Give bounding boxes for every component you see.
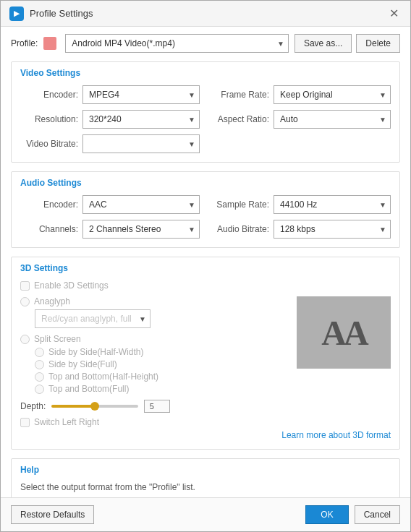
footer-right: OK Cancel [305, 505, 400, 524]
dialog-title: Profile Settings [30, 8, 93, 19]
cancel-button[interactable]: Cancel [355, 505, 400, 524]
audio-encoder-select[interactable]: AAC [82, 195, 200, 214]
learn-more-link[interactable]: Learn more about 3D format [281, 430, 391, 440]
save-as-button[interactable]: Save as... [295, 34, 352, 53]
switch-row: Switch Left Right [20, 417, 288, 427]
channels-control: 2 Channels Stereo ▼ [82, 220, 200, 239]
top-bottom-half-row: Top and Bottom(Half-Height) [35, 372, 288, 382]
three-d-settings-title: 3D Settings [20, 263, 391, 273]
channels-select[interactable]: 2 Channels Stereo [82, 220, 200, 239]
audio-encoder-label: Encoder: [20, 200, 78, 210]
enable-3d-checkbox[interactable] [20, 281, 30, 291]
profile-settings-dialog: ▶ Profile Settings ✕ Profile: Android MP… [0, 0, 411, 532]
video-settings-grid: Encoder: MPEG4 ▼ Resolution: 320*240 [20, 85, 391, 153]
title-bar-left: ▶ Profile Settings [9, 7, 93, 21]
split-screen-row: Split Screen [20, 334, 288, 344]
side-by-side-half-radio[interactable] [35, 348, 44, 357]
audio-bitrate-select[interactable]: 128 kbps [274, 220, 391, 239]
anaglyph-dropdown: Red/cyan anaglyph, full color ▼ [35, 309, 288, 328]
frame-rate-control: Keep Original ▼ [274, 85, 391, 104]
video-bitrate-control: ▼ [82, 134, 200, 153]
side-by-side-full-label: Side by Side(Full) [48, 359, 117, 369]
close-button[interactable]: ✕ [386, 7, 402, 21]
delete-button[interactable]: Delete [356, 34, 400, 53]
encoder-control: MPEG4 ▼ [82, 85, 200, 104]
profile-select[interactable]: Android MP4 Video(*.mp4) [65, 34, 289, 53]
dialog-content: Profile: Android MP4 Video(*.mp4) ▼ Save… [1, 27, 410, 497]
aspect-ratio-control: Auto ▼ [274, 110, 391, 129]
profile-label: Profile: [11, 38, 38, 48]
encoder-label: Encoder: [20, 90, 78, 100]
top-bottom-half-radio[interactable] [35, 372, 44, 382]
video-bitrate-row: Video Bitrate: ▼ [20, 134, 200, 153]
audio-bitrate-label: Audio Bitrate: [211, 224, 269, 234]
profile-row: Profile: Android MP4 Video(*.mp4) ▼ Save… [11, 34, 400, 53]
side-by-side-full-row: Side by Side(Full) [35, 359, 288, 369]
profile-actions: Save as... Delete [295, 34, 400, 53]
anaglyph-radio[interactable] [20, 297, 30, 306]
depth-label: Depth: [20, 401, 46, 411]
frame-rate-select[interactable]: Keep Original [274, 85, 391, 104]
video-left: Encoder: MPEG4 ▼ Resolution: 320*240 [20, 85, 200, 153]
anaglyph-label: Anaglyph [34, 296, 70, 306]
anaglyph-select[interactable]: Red/cyan anaglyph, full color [35, 309, 151, 328]
enable-3d-label: Enable 3D Settings [34, 280, 109, 291]
profile-icon [43, 37, 56, 50]
audio-left: Encoder: AAC ▼ Channels: 2 Channels [20, 195, 200, 239]
sample-rate-select[interactable]: 44100 Hz [274, 195, 391, 214]
three-d-preview: AA [297, 296, 391, 369]
audio-settings-section: Audio Settings Encoder: AAC ▼ Ch [11, 171, 400, 248]
aspect-ratio-label: Aspect Ratio: [211, 114, 269, 124]
frame-rate-row: Frame Rate: Keep Original ▼ [211, 85, 391, 104]
learn-more-row: Learn more about 3D format [20, 430, 391, 440]
ok-button[interactable]: OK [305, 505, 348, 524]
title-bar: ▶ Profile Settings ✕ [1, 1, 410, 27]
channels-row: Channels: 2 Channels Stereo ▼ [20, 220, 200, 239]
depth-input[interactable] [144, 400, 170, 413]
switch-lr-checkbox[interactable] [20, 418, 30, 427]
encoder-select[interactable]: MPEG4 [82, 85, 200, 104]
depth-slider[interactable] [51, 405, 138, 408]
resolution-control: 320*240 ▼ [82, 110, 200, 129]
three-d-layout: Anaglyph Red/cyan anaglyph, full color ▼ [20, 296, 391, 427]
video-settings-section: Video Settings Encoder: MPEG4 ▼ [11, 61, 400, 163]
switch-lr-label: Switch Left Right [34, 417, 99, 427]
sample-rate-row: Sample Rate: 44100 Hz ▼ [211, 195, 391, 214]
audio-settings-grid: Encoder: AAC ▼ Channels: 2 Channels [20, 195, 391, 239]
anaglyph-row: Anaglyph [20, 296, 288, 306]
aspect-ratio-row: Aspect Ratio: Auto ▼ [211, 110, 391, 129]
split-screen-radio[interactable] [20, 335, 30, 344]
side-by-side-half-row: Side by Side(Half-Width) [35, 347, 288, 357]
aspect-ratio-select[interactable]: Auto [274, 110, 391, 129]
three-d-controls: Anaglyph Red/cyan anaglyph, full color ▼ [20, 296, 288, 427]
frame-rate-label: Frame Rate: [211, 90, 269, 100]
audio-settings-title: Audio Settings [20, 178, 391, 188]
audio-encoder-control: AAC ▼ [82, 195, 200, 214]
restore-defaults-button[interactable]: Restore Defaults [11, 505, 94, 524]
audio-bitrate-row: Audio Bitrate: 128 kbps ▼ [211, 220, 391, 239]
video-bitrate-select[interactable] [82, 134, 200, 153]
encoder-row: Encoder: MPEG4 ▼ [20, 85, 200, 104]
three-d-settings-section: 3D Settings Enable 3D Settings Anaglyph [11, 257, 400, 450]
side-by-side-half-label: Side by Side(Half-Width) [48, 347, 143, 357]
audio-right: Sample Rate: 44100 Hz ▼ Audio Bitrate: [211, 195, 391, 239]
help-section: Help Select the output format from the "… [11, 458, 400, 497]
resolution-select[interactable]: 320*240 [82, 110, 200, 129]
top-bottom-full-radio[interactable] [35, 385, 44, 394]
app-icon: ▶ [9, 7, 24, 21]
sample-rate-label: Sample Rate: [211, 200, 269, 210]
audio-encoder-row: Encoder: AAC ▼ [20, 195, 200, 214]
enable-3d-row: Enable 3D Settings [20, 280, 391, 291]
audio-bitrate-control: 128 kbps ▼ [274, 220, 391, 239]
channels-label: Channels: [20, 224, 78, 234]
split-screen-options: Side by Side(Half-Width) Side by Side(Fu… [35, 347, 288, 394]
help-text: Select the output format from the "Profi… [20, 482, 391, 492]
side-by-side-full-radio[interactable] [35, 360, 44, 369]
depth-row: Depth: [20, 400, 288, 413]
profile-select-wrapper: Android MP4 Video(*.mp4) ▼ [65, 34, 289, 53]
top-bottom-half-label: Top and Bottom(Half-Height) [48, 372, 158, 382]
video-bitrate-label: Video Bitrate: [20, 139, 78, 149]
sample-rate-control: 44100 Hz ▼ [274, 195, 391, 214]
split-screen-label: Split Screen [34, 334, 81, 344]
top-bottom-full-row: Top and Bottom(Full) [35, 384, 288, 394]
